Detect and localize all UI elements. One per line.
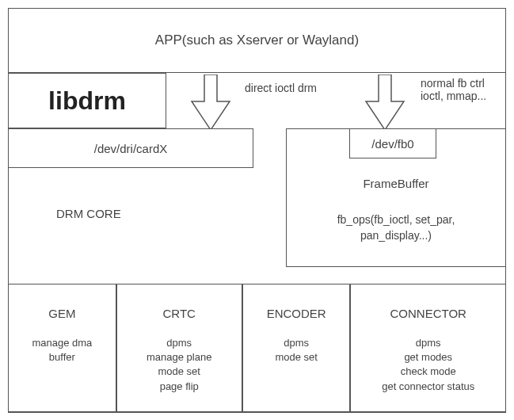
app-label: APP(such as Xserver or Wayland) <box>155 32 359 48</box>
libdrm-box: libdrm <box>8 73 166 128</box>
gem-d2: buffer <box>9 350 116 365</box>
crtc-d3: mode set <box>117 365 242 379</box>
connector-detail: dpms get modes check mode get connector … <box>351 336 505 394</box>
app-box: APP(such as Xserver or Wayland) <box>8 8 506 73</box>
connector-title: CONNECTOR <box>351 307 505 320</box>
fb-ops-line2: pan_display...) <box>287 228 505 244</box>
encoder-d1: dpms <box>243 336 350 350</box>
crtc-d2: manage plane <box>117 350 242 365</box>
gem-detail: manage dma buffer <box>9 336 116 365</box>
connector-d2: get modes <box>351 350 505 365</box>
arrow-down-icon <box>187 74 234 135</box>
crtc-title: CRTC <box>117 307 242 320</box>
libdrm-label: libdrm <box>48 86 126 116</box>
crtc-box: CRTC dpms manage plane mode set page fli… <box>116 284 242 413</box>
gem-box: GEM manage dma buffer <box>8 284 116 413</box>
gem-title: GEM <box>9 307 116 320</box>
crtc-detail: dpms manage plane mode set page flip <box>117 336 242 394</box>
arrow-normal-label: normal fb ctrl ioctl, mmap... <box>421 77 486 102</box>
dev-dri-box: /dev/dri/cardX <box>8 128 253 168</box>
drm-core-label: DRM CORE <box>56 207 121 220</box>
encoder-detail: dpms mode set <box>243 336 350 365</box>
connector-d4: get connector status <box>351 380 505 394</box>
connector-d3: check mode <box>351 365 505 379</box>
encoder-d2: mode set <box>243 350 350 365</box>
arrow-direct-label: direct ioctl drm <box>245 82 317 94</box>
connector-d1: dpms <box>351 336 505 350</box>
dev-fb0-label: /dev/fb0 <box>371 137 413 151</box>
fb-ops-line1: fb_ops(fb_ioctl, set_par, <box>287 212 505 228</box>
framebuffer-title: FrameBuffer <box>287 177 505 190</box>
framebuffer-ops: fb_ops(fb_ioctl, set_par, pan_display...… <box>287 212 505 243</box>
drm-architecture-diagram: APP(such as Xserver or Wayland) libdrm d… <box>8 8 506 412</box>
encoder-box: ENCODER dpms mode set <box>242 284 351 413</box>
gem-d1: manage dma <box>9 336 116 350</box>
connector-box: CONNECTOR dpms get modes check mode get … <box>350 284 506 413</box>
encoder-title: ENCODER <box>243 307 350 320</box>
dev-fb0-box: /dev/fb0 <box>349 128 436 158</box>
crtc-d1: dpms <box>117 336 242 350</box>
dev-dri-label: /dev/dri/cardX <box>94 142 168 155</box>
arrow-down-icon <box>361 74 409 135</box>
bottom-row: GEM manage dma buffer CRTC dpms manage p… <box>8 284 506 413</box>
crtc-d4: page flip <box>117 380 242 394</box>
